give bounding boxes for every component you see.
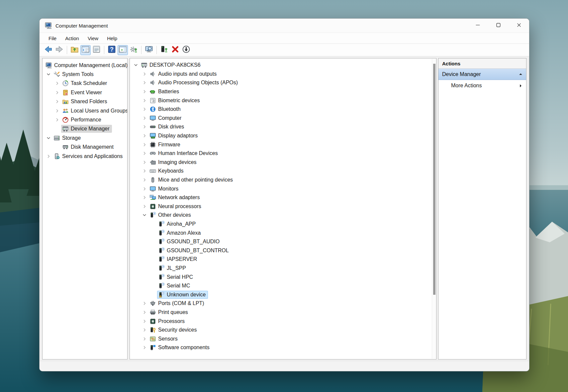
tree-item-content[interactable]: Human Interface Devices [148,149,220,157]
tree-item-content[interactable]: Bluetooth [148,105,183,113]
tree-item[interactable]: Monitors [130,184,436,193]
tree-item-content[interactable]: ?GSOUND_BT_AUDIO [157,238,222,246]
chevron-right-icon[interactable] [141,326,148,335]
tree-item-content[interactable]: ?Amazon Alexa [157,229,203,237]
chevron-right-icon[interactable] [141,149,148,158]
title-bar[interactable]: Computer Management [40,19,529,33]
chevron-down-icon[interactable] [45,70,52,79]
chevron-right-icon[interactable] [141,122,148,131]
actions-more-actions[interactable]: More Actions [438,80,526,91]
tree-item[interactable]: Keyboards [130,167,436,176]
properties-button[interactable] [91,45,102,55]
tree-item[interactable]: Shared Folders [43,97,127,106]
tree-item-content[interactable]: Mice and other pointing devices [148,176,235,184]
action-pane-toggle[interactable] [118,45,128,55]
tree-item-content[interactable]: ?Serial MC [157,282,192,290]
scrollbar-thumb[interactable] [433,64,435,295]
tree-item[interactable]: ?Serial HPC [130,273,436,281]
tree-item[interactable]: Ports (COM & LPT) [130,299,436,308]
tree-item[interactable]: Computer Management (Local) [43,61,127,70]
chevron-down-icon[interactable] [141,211,148,220]
tree-item[interactable]: Audio Processing Objects (APOs) [130,78,436,87]
tree-item-content[interactable]: ?GSOUND_BT_CONTROL [157,247,231,255]
forward-button[interactable] [54,45,64,55]
tree-item[interactable]: Processors [130,317,436,326]
tree-item[interactable]: Neural processors [130,202,436,211]
chevron-right-icon[interactable] [141,158,148,167]
tree-item[interactable]: ?Unknown device [130,290,436,299]
menu-file[interactable]: File [44,34,61,42]
tree-item-content[interactable]: Network adapters [148,194,202,201]
tree-item-content[interactable]: Neural processors [148,202,204,210]
tree-item-content[interactable]: Processors [148,317,187,325]
tree-item[interactable]: Device Manager [43,124,127,133]
vertical-scrollbar[interactable] [432,59,436,359]
tree-item-content[interactable]: Firmware [148,141,183,149]
tree-item[interactable]: ?Serial MC [130,281,436,290]
tree-item[interactable]: Imaging devices [130,158,436,167]
chevron-right-icon[interactable] [141,105,148,114]
tree-item-content[interactable]: Disk Management [61,143,116,151]
tree-item[interactable]: ?GSOUND_BT_CONTROL [130,246,436,255]
tree-item[interactable]: ?IAPSERVER [130,255,436,264]
chevron-right-icon[interactable] [141,140,148,149]
tree-item-content[interactable]: Print queues [148,308,190,316]
tree-item-content[interactable]: Services and Applications [52,152,125,160]
chevron-right-icon[interactable] [141,184,148,193]
chevron-right-icon[interactable] [53,79,61,88]
chevron-right-icon[interactable] [141,343,148,352]
add-device-driver-button[interactable] [159,45,169,55]
chevron-right-icon[interactable] [141,202,148,211]
tree-item-content[interactable]: Task Scheduler [61,79,109,87]
tree-item[interactable]: Disk drives [130,122,436,131]
tree-item[interactable]: Storage [43,133,127,142]
tree-item[interactable]: Event Viewer [43,88,127,97]
chevron-right-icon[interactable] [141,114,148,123]
tree-item[interactable]: DESKTOP-AK8CKS6 [130,61,436,70]
tree-item-content[interactable]: Sensors [148,335,180,343]
tree-item-content[interactable]: Batteries [148,88,181,96]
tree-item[interactable]: ?JL_SPP [130,264,436,273]
tree-item-content[interactable]: Event Viewer [61,89,104,97]
menu-action[interactable]: Action [61,34,83,42]
tree-item[interactable]: ?Amazon Alexa [130,228,436,237]
tree-item[interactable]: ?Other devices [130,211,436,220]
tree-item-content[interactable]: Local Users and Groups [61,107,128,115]
tree-item-content[interactable]: DESKTOP-AK8CKS6 [140,61,203,69]
tree-item-content[interactable]: Storage [52,134,83,142]
tree-item-content[interactable]: Biometric devices [148,97,202,105]
tree-item-content[interactable]: ?Other devices [148,211,193,219]
tree-item-content[interactable]: ?Airoha_APP [157,220,198,228]
tree-item[interactable]: Disk Management [43,143,127,152]
tree-item[interactable]: Batteries [130,87,436,96]
add-driver-button[interactable] [69,45,80,55]
tree-item-content[interactable]: ?IAPSERVER [157,255,199,263]
tree-item[interactable]: Services and Applications [43,152,127,161]
tree-item[interactable]: Computer [130,114,436,123]
console-tree-toggle[interactable] [80,45,91,55]
menu-help[interactable]: Help [103,34,122,42]
tree-item[interactable]: Local Users and Groups [43,106,127,115]
tree-item-content[interactable]: ?Serial HPC [157,273,195,281]
tree-item-content[interactable]: Keyboards [148,167,186,175]
update-driver-button[interactable] [129,45,139,55]
tree-item-content[interactable]: Software components [148,344,212,352]
maximize-button[interactable] [488,19,509,33]
tree-item-content[interactable]: Security devices [148,326,199,334]
chevron-right-icon[interactable] [53,88,61,97]
tree-item-content[interactable]: Ports (COM & LPT) [148,299,207,307]
chevron-right-icon[interactable] [141,308,148,317]
tree-item[interactable]: Human Interface Devices [130,149,436,158]
chevron-right-icon[interactable] [141,193,148,202]
tree-item-content[interactable]: Shared Folders [61,98,109,106]
tree-item[interactable]: Biometric devices [130,96,436,105]
chevron-right-icon[interactable] [141,78,148,87]
chevron-right-icon[interactable] [53,115,61,124]
tree-item[interactable]: Firmware [130,140,436,149]
chevron-right-icon[interactable] [53,97,61,106]
chevron-right-icon[interactable] [141,70,148,79]
tree-item[interactable]: Performance [43,115,127,124]
chevron-down-icon[interactable] [45,133,52,142]
tree-item[interactable]: ?Airoha_APP [130,220,436,229]
tree-item-content[interactable]: ?JL_SPP [157,264,188,272]
